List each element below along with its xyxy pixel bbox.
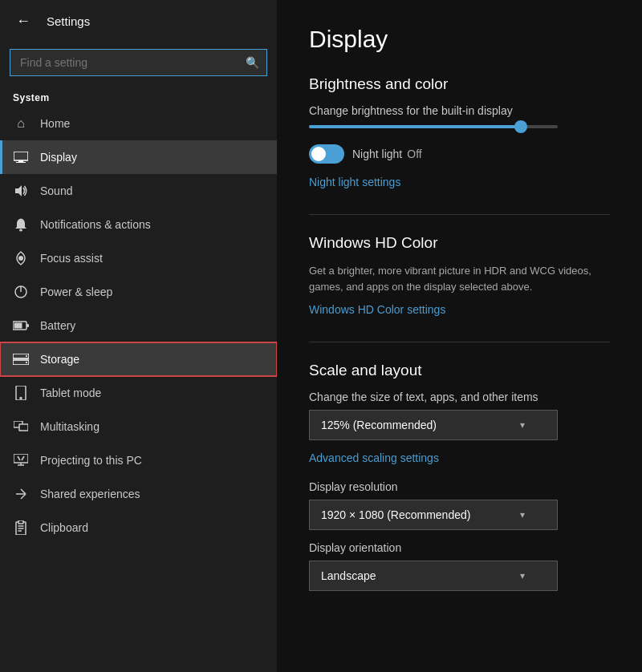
scale-dropdown-value: 125% (Recommended) [321,419,437,431]
sidebar-item-label: Notifications & actions [40,218,151,231]
svg-rect-19 [14,454,28,463]
scale-dropdown[interactable]: 125% (Recommended) ▾ [309,410,558,440]
sidebar-item-label: Home [40,117,70,130]
brightness-slider-track[interactable] [309,125,558,128]
hd-color-settings-link[interactable]: Windows HD Color settings [309,303,445,316]
sidebar-item-battery[interactable]: Battery [0,309,277,342]
notifications-icon [13,217,29,233]
scale-label: Change the size of text, apps, and other… [309,391,610,403]
svg-line-25 [21,489,26,494]
advanced-scaling-link[interactable]: Advanced scaling settings [309,451,610,464]
sidebar-item-label: Tablet mode [40,387,101,399]
sidebar-item-label: Display [40,151,77,164]
sidebar-item-label: Power & sleep [40,285,112,298]
main-content: Display Brightness and color Change brig… [277,0,642,672]
projecting-icon [13,452,29,468]
scale-section-title: Scale and layout [309,362,610,379]
sidebar-item-label: Storage [40,353,79,366]
sidebar-item-shared[interactable]: Shared experiences [0,477,277,511]
search-container: 🔍 [0,43,277,86]
svg-rect-0 [14,152,28,160]
night-light-toggle[interactable] [309,144,344,164]
svg-rect-1 [18,160,23,162]
svg-rect-28 [18,520,23,524]
toggle-knob [311,147,326,161]
resolution-label: Display resolution [309,480,610,493]
sidebar-item-storage[interactable]: Storage [0,342,277,376]
brightness-section-title: Brightness and color [309,75,610,93]
sidebar-item-projecting[interactable]: Projecting to this PC [0,443,277,477]
back-icon: ← [16,13,30,30]
night-light-settings-link[interactable]: Night light settings [309,176,400,188]
svg-line-26 [21,494,26,499]
sidebar-item-focus[interactable]: Focus assist [0,241,277,275]
sidebar-item-label: Shared experiences [40,488,140,500]
svg-point-5 [18,256,23,261]
night-light-row: Night light Off [309,144,610,164]
svg-rect-15 [16,386,26,400]
svg-rect-2 [16,162,26,163]
search-input[interactable] [10,49,267,76]
titlebar-title: Settings [47,14,90,28]
resolution-dropdown-container: Display resolution 1920 × 1080 (Recommen… [309,480,610,530]
brightness-control: Change brightness for the built-in displ… [309,104,610,128]
sidebar-item-clipboard[interactable]: Clipboard [0,511,277,544]
sidebar-item-label: Battery [40,319,75,332]
sidebar-item-label: Projecting to this PC [40,454,142,467]
resolution-dropdown-value: 1920 × 1080 (Recommended) [321,508,470,521]
brightness-slider-thumb[interactable] [514,120,527,133]
divider-1 [309,214,610,215]
svg-line-22 [18,456,20,460]
sidebar-item-display[interactable]: Display [0,140,277,174]
sidebar-item-label: Multitasking [40,420,100,433]
display-icon [13,149,29,165]
svg-point-14 [26,362,27,363]
orientation-dropdown-container: Display orientation Landscape ▾ [309,541,610,591]
hd-color-section-title: Windows HD Color [309,234,610,252]
focus-icon [13,250,29,266]
night-light-state: Off [407,148,421,160]
svg-rect-9 [26,324,29,327]
svg-point-16 [20,398,22,399]
sidebar-item-home[interactable]: ⌂ Home [0,107,277,140]
tablet-icon [13,385,29,401]
orientation-label: Display orientation [309,541,610,554]
brightness-label: Change brightness for the built-in displ… [309,104,610,117]
sidebar-item-label: Sound [40,184,72,197]
svg-point-13 [26,355,27,357]
power-icon [13,284,29,300]
sidebar: ← Settings 🔍 System ⌂ Home Display [0,0,277,672]
sidebar-item-multitasking[interactable]: Multitasking [0,410,277,443]
sidebar-item-notifications[interactable]: Notifications & actions [0,208,277,241]
resolution-dropdown[interactable]: 1920 × 1080 (Recommended) ▾ [309,500,558,530]
night-light-label: Night light [352,148,402,160]
svg-rect-10 [14,323,22,329]
brightness-slider-fill [309,125,521,128]
svg-marker-3 [15,185,22,196]
svg-rect-18 [19,424,28,431]
sidebar-item-sound[interactable]: Sound [0,174,277,208]
storage-icon [13,351,29,367]
sidebar-item-label: Clipboard [40,521,88,534]
multitasking-icon [13,419,29,435]
home-icon: ⌂ [13,115,29,132]
orientation-dropdown[interactable]: Landscape ▾ [309,561,558,591]
chevron-down-icon-3: ▾ [520,570,525,581]
hd-color-description: Get a brighter, more vibrant picture in … [309,263,610,294]
titlebar: ← Settings [0,0,277,43]
sidebar-item-tablet[interactable]: Tablet mode [0,376,277,410]
sidebar-item-power[interactable]: Power & sleep [0,275,277,309]
page-title: Display [309,26,610,53]
scale-dropdown-container: Change the size of text, apps, and other… [309,391,610,440]
battery-icon [13,318,29,334]
divider-2 [309,342,610,342]
orientation-dropdown-value: Landscape [321,569,376,582]
svg-line-23 [22,456,24,460]
svg-point-4 [19,229,22,232]
chevron-down-icon-2: ▾ [520,509,525,520]
sidebar-item-label: Focus assist [40,252,103,265]
sound-icon [13,183,29,199]
back-button[interactable]: ← [13,10,34,33]
chevron-down-icon: ▾ [520,419,525,431]
clipboard-icon [13,520,29,536]
